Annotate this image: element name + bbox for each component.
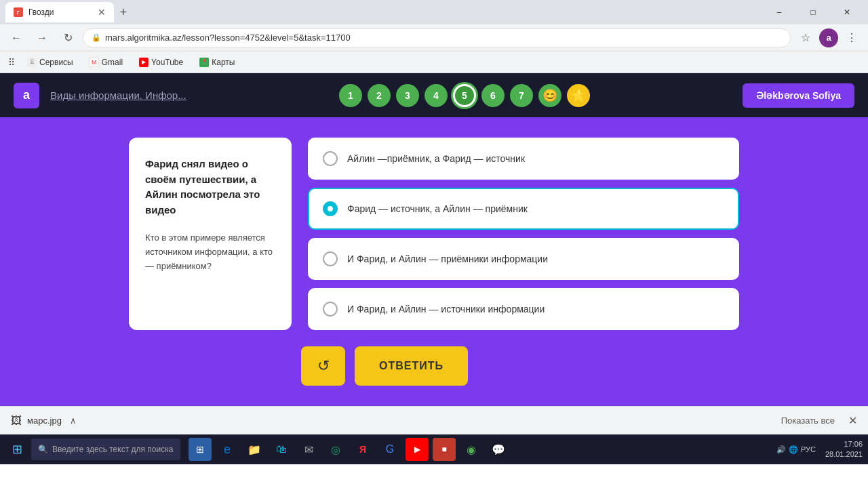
progress-dot-2[interactable]: 2: [368, 84, 391, 107]
progress-dot-1[interactable]: 1: [339, 84, 362, 107]
taskbar-whatsapp-icon[interactable]: 💬: [487, 438, 510, 461]
answer-option-2[interactable]: Фарид — источник, а Айлин — приёмник: [308, 188, 739, 230]
start-button[interactable]: ⊞: [5, 438, 28, 461]
apps-icon[interactable]: ⠿: [8, 57, 15, 68]
close-button[interactable]: ✕: [831, 1, 863, 23]
forward-button[interactable]: →: [31, 27, 53, 49]
maximize-button[interactable]: □: [797, 1, 829, 23]
download-chevron-icon[interactable]: ∧: [70, 415, 77, 426]
question-main-text: Фарид снял видео о своём путешествии, а …: [145, 157, 275, 218]
taskbar-clock: 17:06 28.01.2021: [825, 439, 863, 460]
taskbar-red-icon[interactable]: ■: [433, 438, 456, 461]
download-bar: 🖼 марс.jpg ∧ Показать все ✕: [0, 406, 868, 434]
progress-dot-star[interactable]: ⭐: [567, 84, 590, 107]
taskbar-chrome-icon[interactable]: ◉: [460, 438, 483, 461]
taskbar-yandex-icon[interactable]: Я: [351, 438, 374, 461]
taskbar-mail-icon[interactable]: ✉: [297, 438, 320, 461]
taskbar-sys-icons: 🔊 🌐 РУС: [776, 445, 816, 454]
bookmark-youtube-label: YouTube: [151, 58, 183, 67]
progress-dot-4[interactable]: 4: [425, 84, 448, 107]
active-tab[interactable]: Г Гвозди ✕: [5, 2, 114, 22]
taskbar-pinned-icons: ⊞ e 📁 🛍 ✉ ◎ Я G ▶ ■ ◉ 💬: [189, 438, 510, 461]
download-filename: марс.jpg: [27, 415, 62, 426]
question-sub-text: Кто в этом примере является источником и…: [145, 231, 275, 273]
answer-text-2: Фарид — источник, а Айлин — приёмник: [347, 203, 528, 214]
taskbar-store-icon[interactable]: 🛍: [270, 438, 293, 461]
gmail-icon: M: [90, 58, 99, 67]
download-close-button[interactable]: ✕: [848, 414, 857, 427]
clock-time: 17:06: [825, 439, 863, 449]
clock-date: 28.01.2021: [825, 449, 863, 460]
browser-toolbar: ← → ↻ 🔒 mars.algoritmika.az/lesson?lesso…: [0, 24, 868, 52]
reset-button[interactable]: ↺: [301, 346, 345, 386]
window-controls: – □ ✕: [764, 1, 863, 23]
answer-text-4: И Фарид, и Айлин — источники информации: [347, 304, 545, 314]
user-profile-button[interactable]: Әlәkbәrova Sofiya: [743, 83, 854, 108]
taskbar: ⊞ 🔍 Введите здесь текст для поиска ⊞ e 📁…: [0, 434, 868, 464]
tab-bar: Г Гвозди ✕ +: [5, 0, 758, 24]
buttons-row: ↺ ОТВЕТИТЬ: [129, 346, 739, 386]
taskbar-search[interactable]: 🔍 Введите здесь текст для поиска: [31, 439, 180, 460]
progress-dot-smile[interactable]: 😊: [538, 84, 561, 107]
search-placeholder-text: Введите здесь текст для поиска: [52, 445, 173, 454]
tab-close-button[interactable]: ✕: [98, 7, 106, 18]
submit-button[interactable]: ОТВЕТИТЬ: [355, 346, 468, 386]
address-bar[interactable]: 🔒 mars.algoritmika.az/lesson?lesson=4752…: [83, 28, 791, 47]
answer-text-3: И Фарид, и Айлин — приёмники информации: [347, 253, 548, 264]
app-logo: a: [14, 83, 39, 108]
question-card: Фарид снял видео о своём путешествии, а …: [129, 138, 292, 330]
bookmark-gmail-label: Gmail: [102, 58, 123, 67]
bookmark-servisy-label: Сервисы: [39, 58, 73, 67]
progress-dot-5[interactable]: 5: [453, 84, 476, 107]
file-icon: 🖼: [11, 415, 22, 427]
progress-dots: 1 2 3 4 5 6 7 😊 ⭐: [339, 84, 590, 107]
lock-icon: 🔒: [92, 33, 101, 42]
quiz-container: Фарид снял видео о своём путешествии, а …: [129, 138, 739, 330]
bookmark-maps[interactable]: 📍 Карты: [195, 56, 239, 69]
lang-label: РУС: [801, 445, 816, 453]
bookmark-servisy[interactable]: ⠿ Сервисы: [23, 56, 77, 69]
network-icon[interactable]: 🌐: [789, 445, 798, 454]
menu-button[interactable]: ⋮: [841, 27, 863, 49]
progress-dot-7[interactable]: 7: [510, 84, 533, 107]
youtube-icon: ▶: [139, 58, 149, 67]
taskbar-folder-icon[interactable]: 📁: [243, 438, 266, 461]
answer-text-1: Айлин —приёмник, а Фарид — источник: [347, 153, 525, 164]
volume-icon[interactable]: 🔊: [776, 445, 786, 454]
answer-option-1[interactable]: Айлин —приёмник, а Фарид — источник: [308, 138, 739, 180]
answer-option-4[interactable]: И Фарид, и Айлин — источники информации: [308, 288, 739, 330]
bookmark-gmail[interactable]: M Gmail: [85, 56, 127, 69]
progress-dot-6[interactable]: 6: [481, 84, 505, 107]
servisy-icon: ⠿: [27, 58, 37, 67]
radio-1: [323, 151, 338, 166]
answer-option-3[interactable]: И Фарид, и Айлин — приёмники информации: [308, 238, 739, 280]
radio-2: [323, 201, 338, 216]
taskbar-google-icon[interactable]: G: [378, 438, 401, 461]
answers-column: Айлин —приёмник, а Фарид — источник Фари…: [308, 138, 739, 330]
taskbar-browser2-icon[interactable]: ◎: [324, 438, 347, 461]
new-tab-button[interactable]: +: [114, 3, 133, 22]
breadcrumb-link[interactable]: Виды информации. Инфор...: [50, 89, 186, 101]
bookmark-star-button[interactable]: ☆: [795, 27, 816, 49]
bookmark-maps-label: Карты: [212, 58, 235, 67]
maps-icon: 📍: [199, 58, 209, 67]
profile-icon[interactable]: a: [819, 28, 838, 47]
url-text: mars.algoritmika.az/lesson?lesson=4752&l…: [105, 33, 351, 43]
bookmark-youtube[interactable]: ▶ YouTube: [135, 56, 187, 69]
progress-dot-3[interactable]: 3: [396, 84, 419, 107]
minimize-button[interactable]: –: [764, 1, 795, 23]
taskbar-youtube-icon[interactable]: ▶: [406, 438, 429, 461]
taskbar-right: 🔊 🌐 РУС 17:06 28.01.2021: [776, 439, 863, 460]
taskbar-icon-1[interactable]: ⊞: [189, 438, 212, 461]
reload-button[interactable]: ↻: [57, 27, 79, 49]
show-all-button[interactable]: Показать все: [781, 415, 835, 426]
app-header: a Виды информации. Инфор... 1 2 3 4 5 6 …: [0, 73, 868, 117]
back-button[interactable]: ←: [5, 27, 27, 49]
radio-3: [323, 251, 338, 266]
taskbar-edge-icon[interactable]: e: [216, 438, 239, 461]
bookmarks-bar: ⠿ ⠿ Сервисы M Gmail ▶ YouTube 📍 Карты: [0, 52, 868, 73]
logo-text: a: [23, 88, 30, 102]
toolbar-actions: ☆ a ⋮: [795, 27, 863, 49]
radio-4: [323, 302, 338, 317]
browser-title-bar: Г Гвозди ✕ + – □ ✕: [0, 0, 868, 24]
